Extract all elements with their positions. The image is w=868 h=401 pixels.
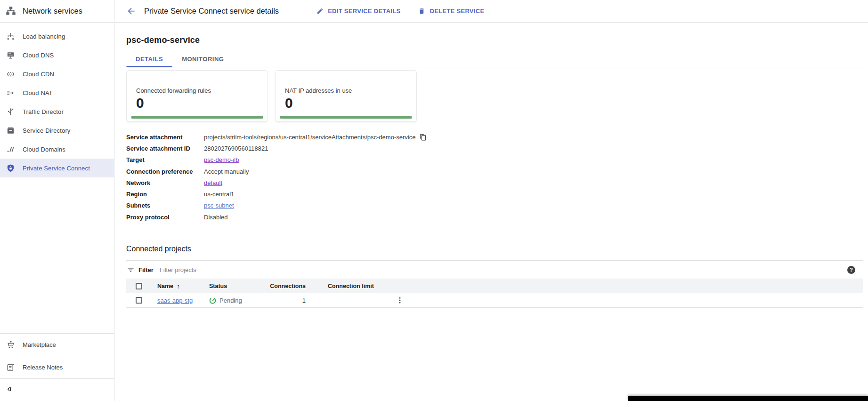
detail-row-subnets: Subnets psc-subnet: [126, 200, 863, 211]
detail-label: Connection preference: [126, 168, 204, 175]
pending-status-icon: [209, 297, 216, 304]
table-header: Name ↑ Status Connections Connection lim…: [126, 279, 863, 293]
subnet-link[interactable]: psc-subnet: [204, 202, 234, 209]
page-header: Private Service Connect service details …: [115, 0, 868, 23]
card-usage-bar: [280, 116, 412, 119]
sidebar-item-label: Traffic Director: [23, 108, 64, 115]
header-actions: EDIT SERVICE DETAILS DELETE SERVICE: [316, 8, 484, 15]
sidebar-item-service-directory[interactable]: Service Directory: [0, 121, 114, 140]
detail-value: 2802027690560118821: [204, 145, 268, 152]
release-notes-icon: [5, 363, 16, 372]
sidebar-item-traffic-director[interactable]: Traffic Director: [0, 102, 114, 121]
detail-label: Service attachment ID: [126, 145, 204, 152]
shield-lock-icon: [5, 164, 16, 173]
detail-row-network: Network default: [126, 177, 863, 188]
edit-service-details-label: EDIT SERVICE DETAILS: [328, 8, 400, 15]
sidebar-item-cloud-dns[interactable]: Cloud DNS: [0, 46, 114, 64]
sidebar-item-label: Cloud NAT: [23, 89, 53, 96]
connected-projects-heading: Connected projects: [126, 245, 863, 253]
sidebar-item-marketplace[interactable]: Marketplace: [0, 333, 114, 356]
detail-label: Proxy protocol: [126, 214, 204, 221]
page-title: Private Service Connect service details: [144, 7, 279, 16]
cloud-domains-icon: [5, 145, 16, 154]
card-usage-bar: [131, 116, 263, 119]
sidebar-item-load-balancing[interactable]: Load balancing: [0, 27, 114, 46]
detail-row-connection-preference: Connection preference Accept manually: [126, 166, 863, 177]
table-row: saas-app-stg Pending 1: [126, 293, 863, 308]
traffic-director-icon: [5, 107, 16, 116]
main-content: Private Service Connect service details …: [115, 0, 868, 308]
tab-monitoring[interactable]: MONITORING: [172, 51, 233, 67]
marketplace-cart-icon: [5, 340, 16, 349]
project-name-link[interactable]: saas-app-stg: [157, 297, 193, 304]
card-value: 0: [136, 95, 258, 111]
sidebar-item-release-notes[interactable]: Release Notes: [0, 356, 114, 378]
detail-row-service-attachment-id: Service attachment ID 280202769056011882…: [126, 143, 863, 154]
app-window: Network services Load balancing Cloud DN…: [0, 0, 868, 401]
network-services-logo-icon: [5, 5, 17, 17]
detail-label: Target: [126, 156, 204, 163]
cloud-nat-icon: [5, 88, 16, 97]
detail-value: Disabled: [204, 214, 228, 221]
detail-row-proxy-protocol: Proxy protocol Disabled: [126, 211, 863, 223]
sidebar-item-label: Service Directory: [23, 127, 71, 134]
back-button[interactable]: [126, 6, 136, 16]
select-all-checkbox[interactable]: [136, 283, 142, 289]
pencil-icon: [316, 8, 324, 15]
delete-service-button[interactable]: DELETE SERVICE: [418, 8, 484, 15]
status-text: Pending: [219, 297, 242, 304]
filter-label: Filter: [138, 266, 154, 273]
detail-row-service-attachment: Service attachment projects/striim-tools…: [126, 131, 863, 143]
detail-label: Network: [126, 179, 204, 186]
column-header-connections[interactable]: Connections: [261, 283, 306, 289]
cloud-cdn-icon: [5, 70, 16, 79]
sidebar-item-cloud-nat[interactable]: Cloud NAT: [0, 83, 114, 102]
help-icon[interactable]: ?: [847, 266, 855, 274]
column-header-connection-limit[interactable]: Connection limit: [306, 283, 390, 289]
card-connected-forwarding-rules: Connected forwarding rules 0: [126, 70, 268, 122]
sidebar-item-label: Cloud CDN: [23, 71, 54, 78]
copy-icon[interactable]: [420, 134, 427, 141]
screen-overlay-bar: [628, 396, 868, 401]
sidebar-item-label: Cloud DNS: [23, 52, 54, 59]
collapse-chevron-icon: [6, 385, 13, 395]
column-header-status[interactable]: Status: [209, 283, 261, 289]
sidebar-item-cloud-cdn[interactable]: Cloud CDN: [0, 64, 114, 83]
detail-label: Region: [126, 191, 204, 198]
tab-details[interactable]: DETAILS: [126, 51, 172, 67]
card-title: Connected forwarding rules: [136, 87, 258, 94]
sidebar-item-label: Load balancing: [23, 33, 65, 40]
network-link[interactable]: default: [204, 179, 222, 186]
sidebar-nav: Load balancing Cloud DNS Cloud CDN Cloud…: [0, 23, 114, 177]
detail-label: Subnets: [126, 202, 204, 209]
detail-row-region: Region us-central1: [126, 188, 863, 200]
row-checkbox[interactable]: [136, 297, 142, 304]
sort-ascending-icon[interactable]: ↑: [177, 282, 180, 290]
detail-value: Accept manually: [204, 168, 249, 175]
trash-icon: [418, 8, 425, 15]
service-name-title: psc-demo-service: [126, 35, 863, 45]
sidebar-collapse-button[interactable]: [0, 378, 114, 401]
sidebar-footer: Marketplace Release Notes: [0, 333, 114, 401]
detail-label: Service attachment: [126, 134, 204, 141]
filter-projects-input[interactable]: Filter projects: [160, 266, 196, 273]
card-value: 0: [285, 95, 407, 111]
delete-service-label: DELETE SERVICE: [430, 8, 484, 15]
detail-value: projects/striim-tools/regions/us-central…: [204, 134, 415, 141]
sidebar-item-private-service-connect[interactable]: Private Service Connect: [0, 159, 114, 177]
row-actions-kebab-menu[interactable]: [396, 296, 404, 305]
connections-value: 1: [261, 297, 306, 304]
page-body: psc-demo-service DETAILS MONITORING Conn…: [115, 35, 868, 308]
load-balancing-icon: [5, 32, 16, 41]
service-directory-icon: [5, 126, 16, 135]
sidebar-item-label: Private Service Connect: [23, 165, 90, 172]
edit-service-details-button[interactable]: EDIT SERVICE DETAILS: [316, 8, 400, 15]
sidebar-item-label: Cloud Domains: [23, 146, 65, 153]
column-header-name[interactable]: Name: [157, 283, 173, 289]
card-title: NAT IP addresses in use: [285, 87, 407, 94]
tab-bar: DETAILS MONITORING: [126, 51, 863, 67]
filter-button[interactable]: Filter: [126, 266, 154, 274]
sidebar-item-cloud-domains[interactable]: Cloud Domains: [0, 140, 114, 159]
summary-cards: Connected forwarding rules 0 NAT IP addr…: [126, 70, 863, 122]
target-link[interactable]: psc-demo-ilb: [204, 156, 239, 163]
